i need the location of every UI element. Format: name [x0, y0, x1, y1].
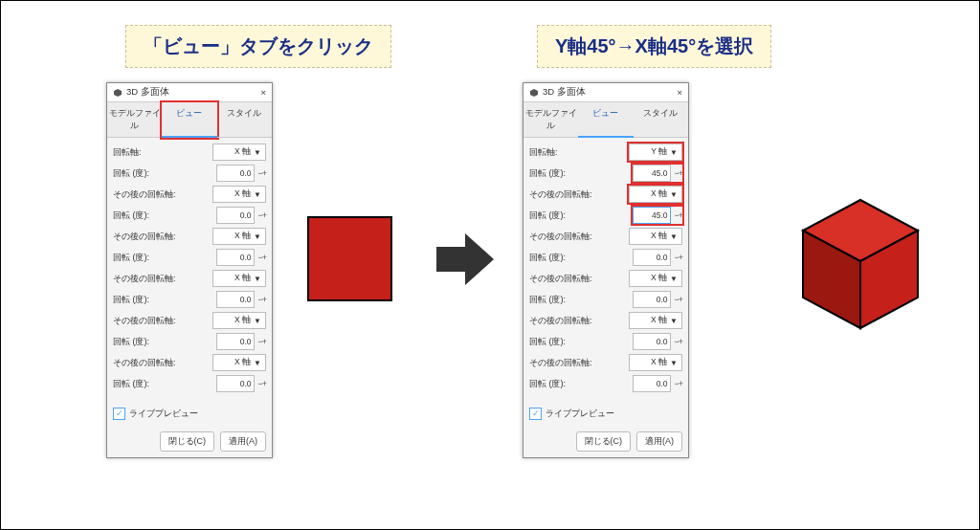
- label-deg: 回転 (度):: [113, 167, 149, 180]
- label-axis: 回転軸:: [529, 146, 558, 159]
- chevron-down-icon: ▼: [254, 148, 261, 157]
- spinner-icon[interactable]: −+: [674, 168, 682, 178]
- label-axis: 回転軸:: [113, 146, 142, 159]
- spinner-icon[interactable]: −+: [257, 253, 266, 262]
- input-deg-1[interactable]: 45.0: [633, 165, 671, 182]
- input-deg-1[interactable]: 0.0: [216, 165, 255, 182]
- checkbox-live-preview[interactable]: ✓: [529, 408, 542, 420]
- chevron-down-icon: ▼: [670, 317, 678, 325]
- dropdown-axis-6[interactable]: X 軸▼: [212, 354, 266, 371]
- label-axis: その後の回転軸:: [113, 231, 176, 243]
- input-deg-4[interactable]: 0.0: [216, 291, 255, 308]
- preview-square-before: [307, 216, 392, 301]
- label-axis: その後の回転軸:: [529, 357, 592, 369]
- input-deg-5[interactable]: 0.0: [633, 333, 671, 350]
- input-deg-3[interactable]: 0.0: [216, 249, 255, 266]
- dropdown-axis-2[interactable]: X 軸▼: [629, 186, 682, 203]
- label-live-preview: ライブプレビュー: [129, 408, 198, 420]
- label-deg: 回転 (度):: [529, 252, 566, 264]
- checkbox-live-preview[interactable]: ✓: [113, 408, 125, 420]
- dropdown-axis-4[interactable]: X 軸▼: [212, 270, 266, 287]
- spinner-icon[interactable]: −+: [257, 295, 266, 304]
- spinner-icon[interactable]: −+: [257, 379, 266, 388]
- input-deg-5[interactable]: 0.0: [216, 333, 255, 350]
- chevron-down-icon: ▼: [254, 317, 261, 325]
- preview-cube-after: [793, 192, 927, 336]
- app-icon: [113, 88, 122, 98]
- label-deg: 回転 (度):: [113, 336, 149, 348]
- tab-bar: モデルファイル ビュー スタイル: [523, 102, 688, 138]
- live-preview-row: ✓ ライブプレビュー: [523, 400, 688, 426]
- tab-model-file[interactable]: モデルファイル: [107, 102, 162, 138]
- apply-button[interactable]: 適用(A): [220, 431, 266, 452]
- label-axis: その後の回転軸:: [113, 357, 176, 369]
- label-axis: その後の回転軸:: [113, 188, 176, 201]
- dropdown-axis-5[interactable]: X 軸▼: [212, 312, 266, 329]
- label-axis: その後の回転軸:: [529, 273, 592, 285]
- dialog-titlebar: 3D 多面体 ×: [523, 83, 688, 102]
- tab-style[interactable]: スタイル: [634, 102, 688, 138]
- close-button[interactable]: 閉じる(C): [576, 431, 632, 452]
- spinner-icon[interactable]: −+: [257, 168, 266, 178]
- chevron-down-icon: ▼: [254, 190, 261, 199]
- spinner-icon[interactable]: −+: [674, 295, 682, 304]
- spinner-icon[interactable]: −+: [674, 210, 682, 220]
- input-deg-4[interactable]: 0.0: [633, 291, 671, 308]
- chevron-down-icon: ▼: [670, 359, 678, 367]
- label-deg: 回転 (度):: [113, 210, 149, 222]
- chevron-down-icon: ▼: [254, 232, 261, 241]
- spinner-icon[interactable]: −+: [257, 210, 266, 220]
- dialog-title: 3D 多面体: [126, 86, 260, 99]
- label-deg: 回転 (度):: [529, 336, 566, 348]
- svg-marker-0: [436, 233, 494, 285]
- dropdown-axis-4[interactable]: X 軸▼: [629, 270, 682, 287]
- dialog-buttons: 閉じる(C) 適用(A): [523, 426, 688, 457]
- input-deg-2[interactable]: 45.0: [633, 207, 671, 224]
- input-deg-6[interactable]: 0.0: [633, 375, 671, 392]
- callout-click-view-tab: 「ビュー」タブをクリック: [125, 25, 391, 68]
- tab-bar: モデルファイル ビュー スタイル: [107, 102, 272, 138]
- dropdown-axis-6[interactable]: X 軸▼: [629, 354, 682, 371]
- tab-model-file[interactable]: モデルファイル: [523, 102, 578, 138]
- dialog-3d-polyhedron-left: 3D 多面体 × モデルファイル ビュー スタイル 回転軸:X 軸▼ 回転 (度…: [106, 82, 273, 458]
- label-deg: 回転 (度):: [529, 294, 566, 306]
- tab-view[interactable]: ビュー: [578, 102, 633, 138]
- spinner-icon[interactable]: −+: [257, 337, 266, 346]
- input-deg-6[interactable]: 0.0: [216, 375, 255, 392]
- label-deg: 回転 (度):: [113, 252, 149, 264]
- spinner-icon[interactable]: −+: [674, 253, 682, 262]
- chevron-down-icon: ▼: [670, 148, 678, 157]
- arrow-right-icon: [432, 226, 499, 293]
- spinner-icon[interactable]: −+: [674, 379, 682, 388]
- chevron-down-icon: ▼: [670, 275, 678, 283]
- chevron-down-icon: ▼: [254, 359, 261, 367]
- chevron-down-icon: ▼: [670, 190, 678, 199]
- label-deg: 回転 (度):: [113, 294, 149, 306]
- chevron-down-icon: ▼: [670, 232, 678, 241]
- label-live-preview: ライブプレビュー: [546, 408, 614, 420]
- dialog-title: 3D 多面体: [543, 86, 677, 99]
- chevron-down-icon: ▼: [254, 275, 261, 283]
- dropdown-axis-1[interactable]: Y 軸▼: [629, 144, 682, 161]
- input-deg-2[interactable]: 0.0: [216, 207, 255, 224]
- tab-style[interactable]: スタイル: [217, 102, 272, 138]
- input-deg-3[interactable]: 0.0: [633, 249, 671, 266]
- label-axis: その後の回転軸:: [529, 188, 592, 201]
- label-deg: 回転 (度):: [529, 210, 566, 222]
- dialog-titlebar: 3D 多面体 ×: [107, 83, 272, 102]
- dropdown-axis-1[interactable]: X 軸▼: [212, 144, 266, 161]
- dropdown-axis-5[interactable]: X 軸▼: [629, 312, 682, 329]
- callout-text: Y軸45°→X軸45°を選択: [555, 35, 753, 56]
- dialog-close-button[interactable]: ×: [260, 87, 266, 98]
- tab-view[interactable]: ビュー: [162, 102, 216, 138]
- close-button[interactable]: 閉じる(C): [160, 431, 215, 452]
- label-axis: その後の回転軸:: [529, 315, 592, 327]
- callout-set-y45-x45: Y軸45°→X軸45°を選択: [537, 25, 771, 68]
- dropdown-axis-3[interactable]: X 軸▼: [212, 228, 266, 245]
- dropdown-axis-3[interactable]: X 軸▼: [629, 228, 682, 245]
- dialog-close-button[interactable]: ×: [677, 87, 682, 98]
- spinner-icon[interactable]: −+: [674, 337, 682, 346]
- apply-button[interactable]: 適用(A): [636, 431, 682, 452]
- live-preview-row: ✓ ライブプレビュー: [107, 400, 272, 426]
- dropdown-axis-2[interactable]: X 軸▼: [212, 186, 266, 203]
